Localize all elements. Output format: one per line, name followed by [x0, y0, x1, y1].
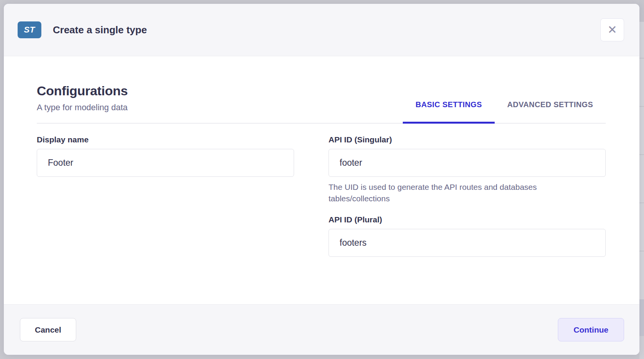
modal-footer: Cancel Continue — [4, 304, 639, 355]
api-id-singular-label: API ID (Singular) — [329, 135, 606, 144]
section-titles: Configurations A type for modeling data — [37, 83, 128, 123]
background-page-row-divider — [639, 58, 644, 59]
tab-advanced-settings[interactable]: ADVANCED SETTINGS — [495, 100, 606, 123]
background-page-row-divider — [639, 106, 644, 107]
api-id-singular-field: API ID (Singular) The UID is used to gen… — [329, 135, 606, 204]
cancel-button[interactable]: Cancel — [20, 318, 76, 341]
background-page-band — [639, 0, 644, 22]
background-page-band — [639, 299, 644, 336]
display-name-input[interactable] — [37, 149, 294, 177]
display-name-label: Display name — [37, 135, 294, 144]
create-single-type-modal: ST Create a single type ✕ Configurations… — [4, 4, 639, 355]
background-page-row-divider — [639, 154, 644, 155]
single-type-badge-icon: ST — [18, 21, 41, 38]
api-id-plural-input[interactable] — [329, 229, 606, 257]
section-header: Configurations A type for modeling data … — [37, 83, 606, 124]
api-id-plural-field: API ID (Plural) — [329, 215, 606, 257]
configuration-form: Display name API ID (Singular) The UID i… — [37, 135, 606, 257]
background-page-row-divider — [639, 251, 644, 251]
close-icon: ✕ — [607, 24, 617, 36]
modal-body: Configurations A type for modeling data … — [4, 56, 639, 304]
dimmed-background-page — [639, 0, 644, 359]
display-name-field: Display name — [37, 135, 294, 177]
section-title: Configurations — [37, 83, 128, 98]
api-id-singular-input[interactable] — [329, 149, 606, 177]
api-id-plural-label: API ID (Plural) — [329, 215, 606, 224]
modal-title: Create a single type — [53, 24, 147, 36]
background-page-band — [639, 336, 644, 359]
continue-button[interactable]: Continue — [558, 318, 624, 341]
close-button[interactable]: ✕ — [600, 18, 624, 41]
api-id-singular-hint: The UID is used to generate the API rout… — [329, 181, 581, 204]
section-subtitle: A type for modeling data — [37, 102, 128, 113]
background-page-row-divider — [639, 202, 644, 203]
settings-tabs: BASIC SETTINGS ADVANCED SETTINGS — [403, 83, 606, 123]
api-id-column: API ID (Singular) The UID is used to gen… — [329, 135, 606, 257]
modal-header: ST Create a single type ✕ — [4, 4, 639, 56]
tab-basic-settings[interactable]: BASIC SETTINGS — [403, 100, 494, 123]
